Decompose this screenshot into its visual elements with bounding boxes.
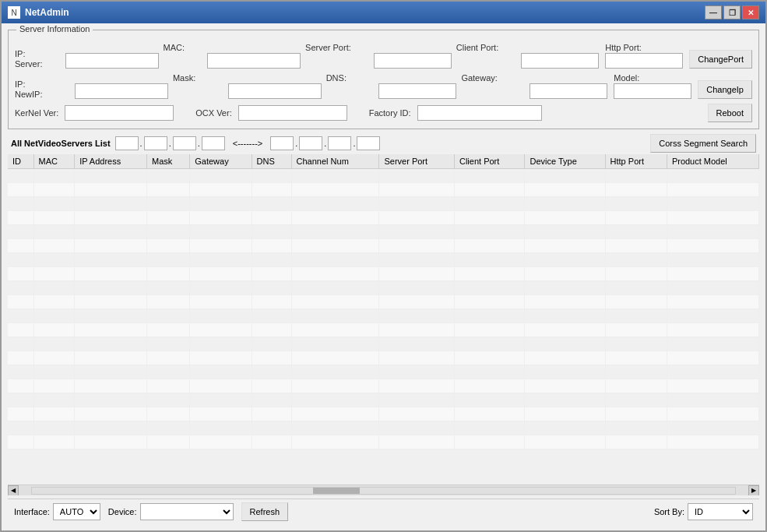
interface-group: Interface: AUTO eth0 eth1 bbox=[14, 503, 100, 520]
ip-label-2: IP: bbox=[15, 79, 70, 89]
scroll-left-button[interactable]: ◀ bbox=[8, 485, 19, 496]
col-device-type: Device Type bbox=[525, 154, 605, 169]
table-row[interactable] bbox=[8, 351, 759, 365]
table-row[interactable] bbox=[8, 253, 759, 267]
cross-segment-search-button[interactable]: Corss Segment Search bbox=[650, 134, 756, 153]
gateway-input[interactable] bbox=[530, 83, 607, 99]
new-ip-input[interactable] bbox=[75, 83, 168, 99]
ip-range-end: . . . bbox=[270, 136, 380, 150]
ocx-ver-input[interactable] bbox=[238, 105, 347, 121]
ip-end-4[interactable] bbox=[357, 136, 380, 150]
ip-end-1[interactable] bbox=[270, 136, 294, 150]
col-client-port: Client Port bbox=[454, 154, 525, 169]
close-button[interactable]: ✕ bbox=[742, 5, 759, 19]
table-row[interactable] bbox=[8, 379, 759, 393]
table-row[interactable] bbox=[8, 337, 759, 351]
group-label: Server Information bbox=[16, 24, 93, 33]
ip-end-2[interactable] bbox=[299, 136, 322, 150]
ip-start-2[interactable] bbox=[144, 136, 167, 150]
col-ip-address: IP Address bbox=[75, 154, 147, 169]
factory-id-label: Factory ID: bbox=[369, 108, 411, 118]
interface-select[interactable]: AUTO eth0 eth1 bbox=[53, 503, 100, 520]
horizontal-scrollbar-track[interactable] bbox=[31, 487, 736, 495]
table-row[interactable] bbox=[8, 323, 759, 337]
table-row[interactable] bbox=[8, 225, 759, 239]
col-channel-num: Channel Num bbox=[291, 154, 379, 169]
ip-end-3[interactable] bbox=[328, 136, 351, 150]
model-label: Model: bbox=[614, 73, 691, 83]
col-server-port: Server Port bbox=[379, 154, 455, 169]
http-port-input[interactable] bbox=[605, 53, 683, 69]
factory-id-input[interactable] bbox=[417, 105, 542, 121]
table-row[interactable] bbox=[8, 407, 759, 421]
mac-label: MAC: bbox=[164, 43, 203, 52]
all-net-header: All NetVideoServers List . . . <------->… bbox=[8, 132, 759, 154]
mask-input[interactable] bbox=[228, 83, 322, 99]
col-mask: Mask bbox=[147, 154, 190, 169]
sort-by-group: Sort By: ID MAC IP Address bbox=[654, 503, 753, 520]
col-http-port: Http Port bbox=[605, 154, 667, 169]
dns-input[interactable] bbox=[378, 83, 456, 99]
sort-by-select[interactable]: ID MAC IP Address bbox=[688, 503, 753, 520]
kernel-ver-input[interactable] bbox=[65, 105, 174, 121]
table-row[interactable] bbox=[8, 267, 759, 281]
table-row[interactable] bbox=[8, 393, 759, 407]
ocx-ver-label: OCX Ver: bbox=[195, 108, 231, 118]
server-ip-input[interactable] bbox=[65, 53, 159, 69]
scroll-right-button[interactable]: ▶ bbox=[748, 485, 759, 496]
reboot-button[interactable]: Reboot bbox=[708, 104, 752, 122]
change-port-button[interactable]: ChangePort bbox=[689, 50, 752, 69]
net-video-table: ID MAC IP Address Mask Gateway DNS Chann… bbox=[8, 154, 759, 449]
ip-start-3[interactable] bbox=[173, 136, 196, 150]
col-id: ID bbox=[8, 154, 33, 169]
ip-start-4[interactable] bbox=[202, 136, 225, 150]
table-row[interactable] bbox=[8, 309, 759, 323]
http-port-label: Http Port: bbox=[605, 43, 683, 52]
device-group: Device: bbox=[108, 503, 234, 520]
col-mac: MAC bbox=[33, 154, 75, 169]
minimize-button[interactable]: — bbox=[705, 5, 722, 19]
dns-label: DNS: bbox=[326, 73, 375, 83]
all-net-section: All NetVideoServers List . . . <------->… bbox=[8, 132, 759, 495]
interface-label: Interface: bbox=[14, 507, 50, 516]
table-row[interactable] bbox=[8, 421, 759, 435]
model-input[interactable] bbox=[614, 83, 691, 99]
table-row[interactable] bbox=[8, 197, 759, 211]
horizontal-scrollbar-thumb[interactable] bbox=[313, 488, 360, 494]
ip-range-start: . . . bbox=[115, 136, 225, 150]
mask-label: Mask: bbox=[173, 73, 223, 83]
col-gateway: Gateway bbox=[190, 154, 252, 169]
ip-start-1[interactable] bbox=[115, 136, 139, 150]
server-info-group: Server Information IP: Server: MAC: bbox=[8, 30, 759, 129]
col-dns: DNS bbox=[252, 154, 291, 169]
table-row[interactable] bbox=[8, 211, 759, 225]
table-row[interactable] bbox=[8, 183, 759, 197]
window-controls: — ❐ ✕ bbox=[705, 5, 759, 19]
client-port-input[interactable] bbox=[521, 53, 599, 69]
sort-by-label: Sort By: bbox=[654, 507, 684, 516]
window-body: Server Information IP: Server: MAC: bbox=[2, 23, 765, 530]
restore-button[interactable]: ❐ bbox=[723, 5, 741, 19]
data-table[interactable]: ID MAC IP Address Mask Gateway DNS Chann… bbox=[8, 154, 759, 484]
table-row[interactable] bbox=[8, 239, 759, 253]
horizontal-scrollbar-area: ◀ ▶ bbox=[8, 484, 759, 495]
main-window: N NetAdmin — ❐ ✕ Server Information IP: … bbox=[0, 0, 767, 532]
table-row[interactable] bbox=[8, 169, 759, 183]
gateway-label: Gateway: bbox=[461, 73, 525, 83]
client-port-label: Client Port: bbox=[456, 43, 516, 52]
table-row[interactable] bbox=[8, 295, 759, 309]
kernel-ver-label: KerNel Ver: bbox=[15, 108, 58, 118]
table-row[interactable] bbox=[8, 365, 759, 379]
title-bar: N NetAdmin — ❐ ✕ bbox=[2, 2, 765, 23]
bottom-toolbar: Interface: AUTO eth0 eth1 Device: Refres… bbox=[8, 499, 759, 524]
server-port-input[interactable] bbox=[374, 53, 452, 69]
window-title: NetAdmin bbox=[25, 7, 705, 18]
mac-input[interactable] bbox=[207, 53, 301, 69]
table-header-row: ID MAC IP Address Mask Gateway DNS Chann… bbox=[8, 154, 759, 169]
device-select[interactable] bbox=[140, 503, 234, 520]
table-row[interactable] bbox=[8, 435, 759, 449]
table-row[interactable] bbox=[8, 281, 759, 295]
change-ip-button[interactable]: ChangeIp bbox=[698, 80, 752, 99]
arrow-label: <-------> bbox=[230, 139, 266, 148]
refresh-button[interactable]: Refresh bbox=[241, 502, 289, 521]
